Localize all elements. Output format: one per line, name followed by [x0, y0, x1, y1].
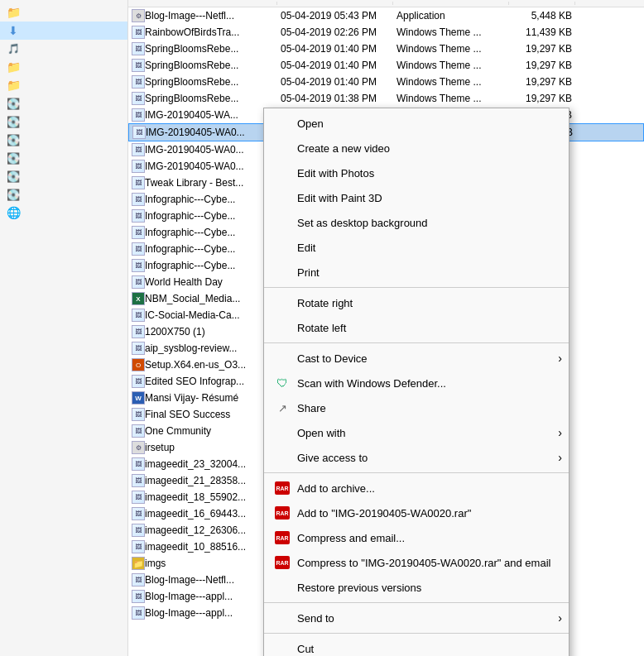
table-row[interactable]: ⚙ Blog-Image---Netfl... 05-04-2019 05:43…: [128, 7, 644, 24]
menu-item-send-to[interactable]: Send to: [264, 606, 569, 630]
table-row[interactable]: 🖼 SpringBloomsRebe... 05-04-2019 01:40 P…: [128, 74, 644, 90]
drive-icon: 💽: [7, 133, 20, 146]
menu-item-label: Add to "IMG-20190405-WA0020.rar": [297, 507, 471, 520]
file-name: Blog-Image---appl...: [145, 591, 233, 602]
menu-item-icon: [274, 350, 291, 366]
file-name: imgs: [145, 558, 166, 569]
menu-item-edit[interactable]: Edit: [264, 235, 569, 260]
menu-item-label: Cut: [297, 643, 314, 655]
menu-item-icon: [274, 579, 291, 596]
menu-item-rotate-left[interactable]: Rotate left: [264, 315, 569, 340]
menu-item-rotate-right[interactable]: Rotate right: [264, 290, 569, 315]
menu-item-cast-device[interactable]: Cast to Device: [264, 346, 569, 371]
menu-item-label: Edit with Paint 3D: [297, 192, 382, 204]
folder-icon: 📁: [7, 60, 20, 74]
menu-item-compress-email[interactable]: RAR Compress and email...: [264, 525, 569, 550]
drive-icon: 💽: [7, 188, 20, 201]
file-type: Application: [393, 9, 509, 22]
file-name-cell: 🖼 aip_sysblog-review...: [128, 341, 277, 356]
sidebar-item-system-reserved[interactable]: 💽: [0, 113, 127, 131]
sidebar-item-local-c[interactable]: 💽: [0, 94, 127, 113]
sidebar-item-pictures[interactable]: 📁: [0, 58, 127, 76]
column-header-type[interactable]: [393, 2, 509, 5]
menu-item-share[interactable]: ↗Share: [264, 395, 569, 420]
menu-item-edit-paint3d[interactable]: Edit with Paint 3D: [264, 185, 569, 210]
file-size: 11,439 KB: [509, 26, 575, 39]
image-file-icon: 🖼: [132, 42, 145, 55]
file-name: irsetup: [145, 442, 175, 453]
sidebar-item-videos[interactable]: 📁: [0, 76, 127, 94]
file-name: IMG-20190405-WA0...: [146, 127, 245, 138]
menu-item-edit-photos[interactable]: Edit with Photos: [264, 160, 569, 185]
sidebar-item-downloads[interactable]: ⬇: [0, 22, 127, 40]
folder-icon: 📁: [7, 6, 20, 19]
table-row[interactable]: 🖼 SpringBloomsRebe... 05-04-2019 01:40 P…: [128, 41, 644, 57]
menu-item-open[interactable]: Open: [264, 111, 569, 136]
file-name: Mansi Vijay- Résumé: [145, 392, 238, 404]
table-row[interactable]: 🖼 RainbowOfBirdsTra... 05-04-2019 02:26 …: [128, 24, 644, 41]
menu-item-label: Restore previous versions: [297, 582, 421, 594]
sidebar-item-documents[interactable]: 📁: [0, 3, 127, 22]
file-name-cell: 🖼 IMG-20190405-WA...: [128, 108, 277, 122]
sidebar-item-music[interactable]: 🎵: [0, 40, 127, 58]
file-name-cell: 🖼 Edited SEO Infograp...: [128, 374, 277, 389]
menu-item-restore-versions[interactable]: Restore previous versions: [264, 575, 569, 600]
menu-item-icon: [274, 319, 291, 336]
sidebar-item-local-f[interactable]: 💽: [0, 149, 127, 167]
menu-item-add-archive[interactable]: RAR Add to archive...: [264, 476, 569, 500]
file-name-cell: 🖼 1200X750 (1): [128, 324, 277, 339]
table-row[interactable]: 🖼 SpringBloomsRebe... 05-04-2019 01:40 P…: [128, 57, 644, 74]
file-name: Infographic---Cybe...: [145, 243, 235, 255]
file-name-cell: 🖼 RainbowOfBirdsTra...: [128, 25, 277, 40]
file-size: 19,297 KB: [509, 75, 575, 89]
file-name: IMG-20190405-WA0...: [145, 144, 244, 156]
menu-item-open-with[interactable]: Open with: [264, 420, 569, 445]
file-name: Infographic---Cybe...: [145, 260, 235, 271]
file-name-cell: 🖼 Infographic---Cybe...: [128, 258, 277, 273]
file-type: Windows Theme ...: [393, 75, 509, 89]
sidebar-item-new-volume[interactable]: 💽: [0, 185, 127, 204]
table-row[interactable]: 🖼 SpringBloomsRebe... 05-04-2019 01:38 P…: [128, 90, 644, 107]
menu-item-give-access[interactable]: Give access to: [264, 445, 569, 470]
file-size: 19,297 KB: [509, 42, 575, 55]
sidebar-item-local-e[interactable]: 💽: [0, 131, 127, 149]
file-name: World Health Day: [145, 276, 223, 288]
image-file-icon: 🖼: [132, 590, 145, 603]
sidebar-item-network[interactable]: 🌐: [0, 204, 127, 222]
image-file-icon: 🖼: [132, 474, 145, 487]
menu-item-cut[interactable]: Cut: [264, 636, 569, 656]
menu-item-add-rar[interactable]: RAR Add to "IMG-20190405-WA0020.rar": [264, 500, 569, 525]
folder-blue-icon: ⬇: [7, 24, 20, 37]
column-header-date[interactable]: [277, 2, 393, 5]
menu-item-create-video[interactable]: Create a new video: [264, 136, 569, 160]
file-name: Edited SEO Infograp...: [145, 376, 244, 387]
menu-item-scan-defender[interactable]: 🛡Scan with Windows Defender...: [264, 371, 569, 395]
column-header-size[interactable]: [509, 2, 575, 5]
file-name-cell: 🖼 imageedit_23_32004...: [128, 457, 277, 472]
column-header-name[interactable]: [128, 2, 277, 5]
menu-item-set-desktop[interactable]: Set as desktop background: [264, 210, 569, 235]
sidebar: 📁 ⬇ 🎵 📁 📁 💽 💽 💽: [0, 0, 128, 656]
file-date: 05-04-2019 01:40 PM: [277, 42, 393, 55]
menu-item-icon: [274, 294, 291, 311]
image-file-icon: 🖼: [132, 108, 145, 122]
menu-separator: [264, 602, 569, 603]
menu-item-icon: [274, 140, 291, 156]
file-name: IMG-20190405-WA...: [145, 109, 238, 121]
file-date: 05-04-2019 01:38 PM: [277, 92, 393, 105]
file-name: SpringBloomsRebe...: [145, 93, 238, 104]
file-name-cell: 🖼 Infographic---Cybe...: [128, 192, 277, 207]
file-size: 19,297 KB: [509, 92, 575, 105]
menu-item-compress-rar-email[interactable]: RAR Compress to "IMG-20190405-WA0020.rar…: [264, 550, 569, 575]
menu-item-label: Compress to "IMG-20190405-WA0020.rar" an…: [297, 557, 550, 569]
file-name-cell: X NBM_Social_Media...: [128, 291, 277, 306]
file-name: NBM_Social_Media...: [145, 293, 240, 304]
menu-item-icon: [274, 115, 291, 132]
file-name: One Cmmunity: [145, 425, 211, 437]
menu-item-label: Send to: [297, 612, 334, 625]
file-name-cell: 🖼 Final SEO Success: [128, 407, 277, 422]
file-name: imageedit_16_69443...: [145, 508, 246, 520]
sidebar-item-lenovo[interactable]: 💽: [0, 167, 127, 185]
menu-item-print[interactable]: Print: [264, 260, 569, 285]
image-file-icon: 🖼: [132, 309, 145, 322]
